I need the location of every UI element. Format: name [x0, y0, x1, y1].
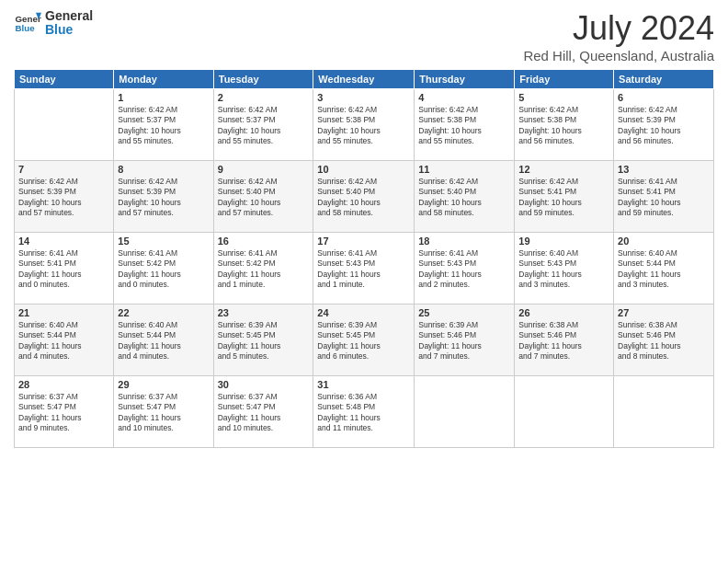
day-number: 13 — [618, 164, 710, 175]
calendar-cell: 27Sunrise: 6:38 AMSunset: 5:46 PMDayligh… — [614, 304, 714, 376]
day-info: Sunrise: 6:41 AMSunset: 5:42 PMDaylight:… — [118, 248, 209, 291]
day-number: 2 — [218, 92, 310, 103]
calendar-cell: 14Sunrise: 6:41 AMSunset: 5:41 PMDayligh… — [15, 233, 114, 304]
calendar-cell: 28Sunrise: 6:37 AMSunset: 5:47 PMDayligh… — [15, 376, 114, 448]
day-number: 31 — [317, 379, 410, 390]
header-wednesday: Wednesday — [313, 70, 415, 89]
logo-blue: Blue — [45, 23, 93, 37]
day-info: Sunrise: 6:36 AMSunset: 5:48 PMDaylight:… — [317, 392, 410, 434]
week-row-2: 7Sunrise: 6:42 AMSunset: 5:39 PMDaylight… — [15, 161, 714, 233]
header-tuesday: Tuesday — [213, 70, 313, 89]
calendar-cell: 13Sunrise: 6:41 AMSunset: 5:41 PMDayligh… — [614, 161, 714, 233]
calendar-table: Sunday Monday Tuesday Wednesday Thursday… — [14, 69, 714, 448]
day-number: 21 — [18, 307, 109, 318]
header-sunday: Sunday — [15, 70, 114, 89]
day-info: Sunrise: 6:41 AMSunset: 5:43 PMDaylight:… — [418, 248, 510, 291]
calendar-cell: 22Sunrise: 6:40 AMSunset: 5:44 PMDayligh… — [114, 304, 213, 376]
day-number: 29 — [118, 379, 209, 390]
day-info: Sunrise: 6:42 AMSunset: 5:41 PMDaylight:… — [518, 177, 609, 219]
day-info: Sunrise: 6:42 AMSunset: 5:38 PMDaylight:… — [418, 105, 510, 147]
day-number: 22 — [118, 307, 209, 318]
calendar-cell — [614, 376, 714, 448]
logo-icon: General Blue — [14, 9, 41, 37]
day-number: 24 — [317, 307, 410, 318]
day-number: 17 — [317, 236, 410, 247]
header-saturday: Saturday — [614, 70, 714, 89]
calendar-cell: 2Sunrise: 6:42 AMSunset: 5:37 PMDaylight… — [213, 89, 313, 161]
day-info: Sunrise: 6:42 AMSunset: 5:37 PMDaylight:… — [218, 105, 310, 147]
calendar-cell: 11Sunrise: 6:42 AMSunset: 5:40 PMDayligh… — [415, 161, 515, 233]
calendar-cell: 12Sunrise: 6:42 AMSunset: 5:41 PMDayligh… — [515, 161, 614, 233]
week-row-3: 14Sunrise: 6:41 AMSunset: 5:41 PMDayligh… — [15, 233, 714, 304]
day-info: Sunrise: 6:41 AMSunset: 5:41 PMDaylight:… — [618, 177, 710, 219]
day-number: 5 — [518, 92, 609, 103]
day-number: 16 — [218, 236, 310, 247]
calendar-cell — [415, 376, 515, 448]
logo: General Blue General Blue — [14, 9, 93, 38]
day-info: Sunrise: 6:42 AMSunset: 5:38 PMDaylight:… — [518, 105, 609, 147]
day-info: Sunrise: 6:42 AMSunset: 5:39 PMDaylight:… — [18, 177, 109, 219]
day-number: 4 — [418, 92, 510, 103]
day-number: 28 — [18, 379, 109, 390]
day-info: Sunrise: 6:37 AMSunset: 5:47 PMDaylight:… — [118, 392, 209, 434]
calendar-cell: 31Sunrise: 6:36 AMSunset: 5:48 PMDayligh… — [313, 376, 415, 448]
day-number: 8 — [118, 164, 209, 175]
calendar-cell: 19Sunrise: 6:40 AMSunset: 5:43 PMDayligh… — [515, 233, 614, 304]
day-number: 30 — [218, 379, 310, 390]
calendar-cell: 9Sunrise: 6:42 AMSunset: 5:40 PMDaylight… — [213, 161, 313, 233]
calendar-cell: 24Sunrise: 6:39 AMSunset: 5:45 PMDayligh… — [313, 304, 415, 376]
day-number: 9 — [218, 164, 310, 175]
day-number: 15 — [118, 236, 209, 247]
day-info: Sunrise: 6:40 AMSunset: 5:44 PMDaylight:… — [18, 320, 109, 362]
location-subtitle: Red Hill, Queensland, Australia — [523, 48, 714, 63]
day-number: 7 — [18, 164, 109, 175]
day-number: 20 — [618, 236, 710, 247]
week-row-4: 21Sunrise: 6:40 AMSunset: 5:44 PMDayligh… — [15, 304, 714, 376]
calendar-cell: 23Sunrise: 6:39 AMSunset: 5:45 PMDayligh… — [213, 304, 313, 376]
calendar-cell: 25Sunrise: 6:39 AMSunset: 5:46 PMDayligh… — [415, 304, 515, 376]
header-monday: Monday — [114, 70, 213, 89]
calendar-cell: 8Sunrise: 6:42 AMSunset: 5:39 PMDaylight… — [114, 161, 213, 233]
day-info: Sunrise: 6:37 AMSunset: 5:47 PMDaylight:… — [218, 392, 310, 434]
day-info: Sunrise: 6:42 AMSunset: 5:40 PMDaylight:… — [218, 177, 310, 219]
day-number: 14 — [18, 236, 109, 247]
day-info: Sunrise: 6:40 AMSunset: 5:44 PMDaylight:… — [118, 320, 209, 362]
calendar-cell: 7Sunrise: 6:42 AMSunset: 5:39 PMDaylight… — [15, 161, 114, 233]
calendar-cell: 5Sunrise: 6:42 AMSunset: 5:38 PMDaylight… — [515, 89, 614, 161]
day-info: Sunrise: 6:42 AMSunset: 5:39 PMDaylight:… — [118, 177, 209, 219]
calendar-cell: 4Sunrise: 6:42 AMSunset: 5:38 PMDaylight… — [415, 89, 515, 161]
month-year-title: July 2024 — [523, 9, 714, 48]
calendar-cell: 18Sunrise: 6:41 AMSunset: 5:43 PMDayligh… — [415, 233, 515, 304]
calendar-cell: 20Sunrise: 6:40 AMSunset: 5:44 PMDayligh… — [614, 233, 714, 304]
weekday-header-row: Sunday Monday Tuesday Wednesday Thursday… — [15, 70, 714, 89]
svg-text:Blue: Blue — [16, 23, 36, 33]
calendar-cell: 16Sunrise: 6:41 AMSunset: 5:42 PMDayligh… — [213, 233, 313, 304]
logo-general: General — [45, 9, 93, 23]
day-number: 18 — [418, 236, 510, 247]
day-info: Sunrise: 6:41 AMSunset: 5:43 PMDaylight:… — [317, 248, 410, 291]
day-number: 11 — [418, 164, 510, 175]
day-info: Sunrise: 6:38 AMSunset: 5:46 PMDaylight:… — [518, 320, 609, 362]
calendar-cell — [515, 376, 614, 448]
day-number: 27 — [618, 307, 710, 318]
week-row-5: 28Sunrise: 6:37 AMSunset: 5:47 PMDayligh… — [15, 376, 714, 448]
day-info: Sunrise: 6:39 AMSunset: 5:45 PMDaylight:… — [218, 320, 310, 362]
day-number: 10 — [317, 164, 410, 175]
calendar-cell: 21Sunrise: 6:40 AMSunset: 5:44 PMDayligh… — [15, 304, 114, 376]
day-info: Sunrise: 6:42 AMSunset: 5:38 PMDaylight:… — [317, 105, 410, 147]
calendar-cell: 17Sunrise: 6:41 AMSunset: 5:43 PMDayligh… — [313, 233, 415, 304]
day-info: Sunrise: 6:37 AMSunset: 5:47 PMDaylight:… — [18, 392, 109, 434]
calendar-cell: 10Sunrise: 6:42 AMSunset: 5:40 PMDayligh… — [313, 161, 415, 233]
day-number: 19 — [518, 236, 609, 247]
header-friday: Friday — [515, 70, 614, 89]
day-number: 3 — [317, 92, 410, 103]
calendar-cell: 1Sunrise: 6:42 AMSunset: 5:37 PMDaylight… — [114, 89, 213, 161]
calendar-cell: 15Sunrise: 6:41 AMSunset: 5:42 PMDayligh… — [114, 233, 213, 304]
calendar-cell: 29Sunrise: 6:37 AMSunset: 5:47 PMDayligh… — [114, 376, 213, 448]
day-info: Sunrise: 6:38 AMSunset: 5:46 PMDaylight:… — [618, 320, 710, 362]
calendar-cell: 3Sunrise: 6:42 AMSunset: 5:38 PMDaylight… — [313, 89, 415, 161]
calendar-cell: 26Sunrise: 6:38 AMSunset: 5:46 PMDayligh… — [515, 304, 614, 376]
day-info: Sunrise: 6:42 AMSunset: 5:40 PMDaylight:… — [418, 177, 510, 219]
day-info: Sunrise: 6:42 AMSunset: 5:40 PMDaylight:… — [317, 177, 410, 219]
day-number: 23 — [218, 307, 310, 318]
